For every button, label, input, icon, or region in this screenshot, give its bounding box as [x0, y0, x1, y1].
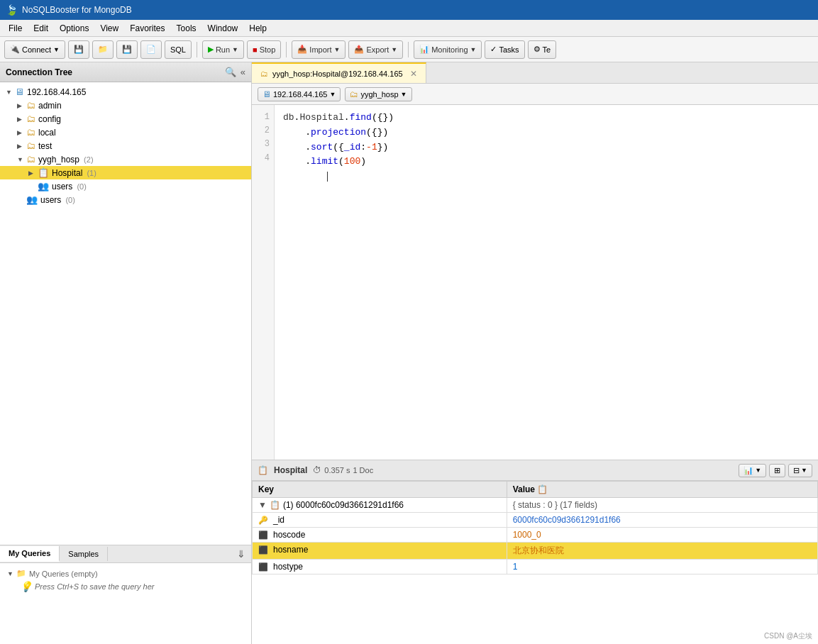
bottom-tabs: My Queries Samples ⇓ [0, 545, 251, 563]
run-arrow-icon: ▼ [232, 46, 238, 53]
tasks-button[interactable]: ✓ Tasks [485, 40, 524, 59]
watermark: CSDN @A尘埃 [764, 631, 812, 641]
menu-options[interactable]: Options [54, 22, 94, 35]
tree-item-admin[interactable]: ▶ 🗂 admin [0, 99, 251, 112]
string-icon-hosname: ⬛ [258, 545, 268, 555]
stop-button[interactable]: ■ Stop [247, 40, 281, 59]
editor-tab-label: yygh_hosp:Hospital@192.168.44.165 [272, 70, 403, 78]
tree-header-title: Connection Tree [6, 67, 72, 77]
users1-icon: 👥 [38, 181, 49, 191]
run-button[interactable]: ▶ Run ▼ [202, 40, 244, 59]
db-conn-arrow: ▼ [401, 91, 407, 98]
table-row-id[interactable]: 🔑 _id 6000fc60c09d3661291d1f66 [253, 513, 818, 528]
export-results-icon: 📊 [744, 466, 753, 475]
more-options-button[interactable]: ⊟ ▼ [788, 464, 812, 477]
app-title: NoSQLBooster for MongoDB [22, 5, 132, 15]
id-key-cell: 🔑 _id [253, 513, 507, 528]
doc-key-cell[interactable]: ▼ 📋 (1) 6000fc60c09d3661291d1f66 [253, 498, 507, 513]
te-button[interactable]: ⚙ Te [528, 40, 557, 59]
tree-header: Connection Tree 🔍 « [0, 62, 251, 82]
table-row-hoscode[interactable]: ⬛ hoscode 1000_0 [253, 528, 818, 543]
editor-tab-hospital[interactable]: 🗂 yygh_hosp:Hospital@192.168.44.165 ✕ [252, 62, 426, 83]
title-bar: 🍃 NoSQLBooster for MongoDB [0, 0, 818, 20]
local-label: local [38, 128, 56, 138]
tab-close-icon[interactable]: ✕ [410, 69, 417, 79]
id-value-cell: 6000fc60c09d3661291d1f66 [507, 513, 817, 528]
queries-hint-text: Press Ctrl+S to save the query her [35, 582, 154, 591]
tab-samples[interactable]: Samples [60, 547, 108, 561]
table-row-document[interactable]: ▼ 📋 (1) 6000fc60c09d3661291d1f66 { statu… [253, 498, 818, 513]
db-conn-label: yygh_hosp [360, 90, 398, 99]
doc-expand-icon[interactable]: ▼ [258, 500, 267, 510]
users1-arrow-icon [28, 183, 35, 190]
queries-folder-row[interactable]: ▼ 📁 My Queries (empty) [6, 567, 245, 579]
view-toggle-button[interactable]: ⊞ [769, 464, 785, 477]
tree-item-users1[interactable]: 👥 users (0) [0, 179, 251, 193]
connect-button[interactable]: 🔌 Connect ▼ [4, 40, 65, 59]
results-meta: ⏱ 0.357 s 1 Doc [313, 465, 373, 475]
import-button[interactable]: 📥 Import ▼ [292, 40, 346, 59]
script-button[interactable]: 📄 [140, 40, 162, 59]
id-key-row: 🔑 _id [258, 515, 501, 525]
table-row-hosname[interactable]: ⬛ hosname 北京协和医院 [253, 543, 818, 560]
tree-content[interactable]: ▼ 🖥 192.168.44.165 ▶ 🗂 admin ▶ 🗂 config … [0, 82, 251, 545]
tree-item-local[interactable]: ▶ 🗂 local [0, 126, 251, 139]
export-button[interactable]: 📤 Export ▼ [348, 40, 403, 59]
line-numbers: 1 2 3 4 [252, 105, 275, 460]
tree-item-server[interactable]: ▼ 🖥 192.168.44.165 [0, 85, 251, 99]
menu-file[interactable]: File [3, 22, 28, 35]
db-connection-button[interactable]: 🗂 yygh_hosp ▼ [345, 87, 411, 101]
search-icon[interactable]: 🔍 [225, 67, 236, 77]
hostype-label: hostype [273, 562, 303, 572]
db-icon-local: 🗂 [26, 127, 35, 138]
tab-my-queries[interactable]: My Queries [0, 546, 60, 562]
view-toggle-icon: ⊞ [774, 466, 780, 475]
hosname-key-row: ⬛ hosname [258, 545, 501, 555]
tree-item-users2[interactable]: 👥 users (0) [0, 193, 251, 206]
results-table-wrapper[interactable]: Key Value 📋 ▼ 📋 [252, 481, 818, 644]
admin-arrow-icon: ▶ [17, 102, 24, 109]
more-options-arrow: ▼ [801, 467, 807, 474]
menu-view[interactable]: View [94, 22, 124, 35]
users2-count: (0) [63, 196, 75, 204]
run-label: Run [216, 45, 230, 54]
menu-help[interactable]: Help [243, 22, 272, 35]
menu-favorites[interactable]: Favorites [124, 22, 170, 35]
tree-item-test[interactable]: ▶ 🗂 test [0, 139, 251, 152]
menu-edit[interactable]: Edit [28, 22, 54, 35]
save2-button[interactable]: 💾 [116, 40, 138, 59]
expand-icon[interactable]: ⇓ [231, 545, 251, 562]
server-connection-button[interactable]: 🖥 192.168.44.165 ▼ [258, 87, 341, 101]
export-icon: 📤 [354, 45, 364, 54]
export-arrow-icon: ▼ [391, 46, 397, 53]
tree-item-yygh-hosp[interactable]: ▼ 🗂 yygh_hosp (2) [0, 152, 251, 166]
left-panel: Connection Tree 🔍 « ▼ 🖥 192.168.44.165 ▶… [0, 62, 252, 644]
queries-hint-row: 💡 Press Ctrl+S to save the query her [6, 579, 245, 594]
menu-window[interactable]: Window [202, 22, 244, 35]
script-icon: 📄 [146, 45, 156, 54]
editor-area[interactable]: 1 2 3 4 db.Hospital.find({}) .projection… [252, 105, 818, 460]
save-button[interactable]: 💾 [68, 40, 89, 59]
tree-item-config[interactable]: ▶ 🗂 config [0, 112, 251, 126]
code-content[interactable]: db.Hospital.find({}) .projection({}) .so… [275, 105, 818, 460]
export-results-button[interactable]: 📊 ▼ [739, 464, 766, 477]
line-num-1: 1 [256, 111, 270, 124]
sql-button[interactable]: SQL [165, 40, 192, 59]
table-row-hostype[interactable]: ⬛ hostype 1 [253, 560, 818, 574]
value-icon: 📋 [537, 484, 548, 494]
monitoring-button[interactable]: 📊 Monitoring ▼ [414, 40, 482, 59]
users2-label: users [40, 195, 61, 205]
tree-item-hospital[interactable]: ▶ 📋 Hospital (1) [0, 166, 251, 179]
tab-bar: 🗂 yygh_hosp:Hospital@192.168.44.165 ✕ [252, 62, 818, 84]
menu-tools[interactable]: Tools [171, 22, 202, 35]
doc-value-cell: { status : 0 } (17 fields) [507, 498, 817, 513]
collapse-icon[interactable]: « [241, 67, 245, 77]
right-panel: 🗂 yygh_hosp:Hospital@192.168.44.165 ✕ 🖥 … [252, 62, 818, 644]
stop-label: Stop [260, 45, 276, 54]
sql-label: SQL [170, 45, 186, 54]
col-key: Key [253, 482, 507, 498]
open-button[interactable]: 📁 [92, 40, 114, 59]
users1-label: users [52, 182, 72, 191]
config-arrow-icon: ▶ [17, 116, 24, 123]
db-icon-admin: 🗂 [26, 100, 35, 111]
